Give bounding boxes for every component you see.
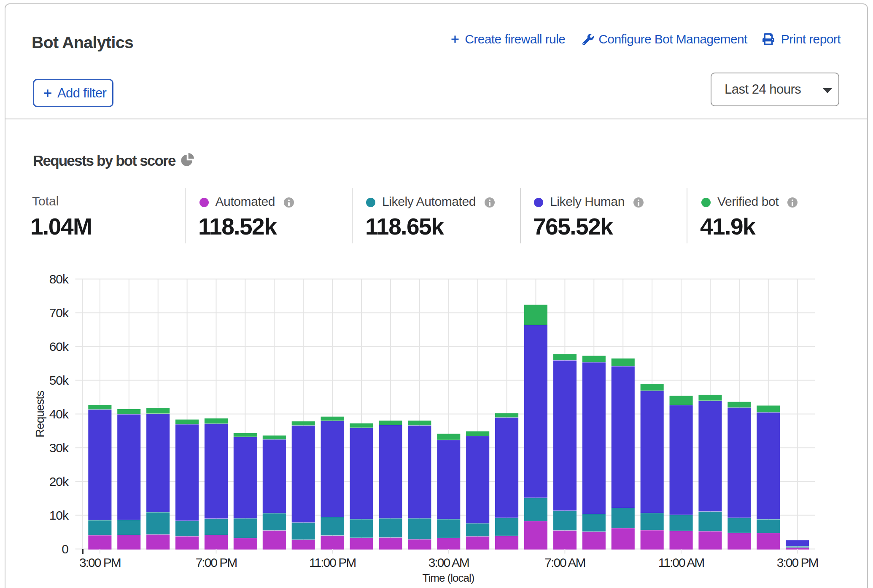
svg-text:80k: 80k — [49, 272, 69, 286]
svg-text:3:00 AM: 3:00 AM — [428, 556, 469, 569]
svg-text:11:00 PM: 11:00 PM — [309, 556, 356, 569]
svg-text:50k: 50k — [49, 373, 69, 387]
svg-text:70k: 70k — [49, 306, 69, 320]
svg-text:30k: 30k — [49, 441, 69, 455]
svg-text:3:00 PM: 3:00 PM — [777, 556, 818, 569]
svg-text:7:00 AM: 7:00 AM — [544, 556, 585, 569]
svg-text:3:00 PM: 3:00 PM — [79, 556, 121, 569]
svg-text:Time (local): Time (local) — [423, 572, 474, 584]
svg-text:Requests: Requests — [33, 391, 46, 437]
svg-text:0: 0 — [62, 542, 68, 556]
svg-text:20k: 20k — [49, 475, 69, 488]
svg-text:10k: 10k — [49, 508, 69, 522]
svg-text:7:00 PM: 7:00 PM — [196, 556, 237, 569]
svg-text:60k: 60k — [49, 340, 69, 353]
svg-text:40k: 40k — [49, 407, 69, 421]
svg-text:11:00 AM: 11:00 AM — [658, 556, 704, 569]
